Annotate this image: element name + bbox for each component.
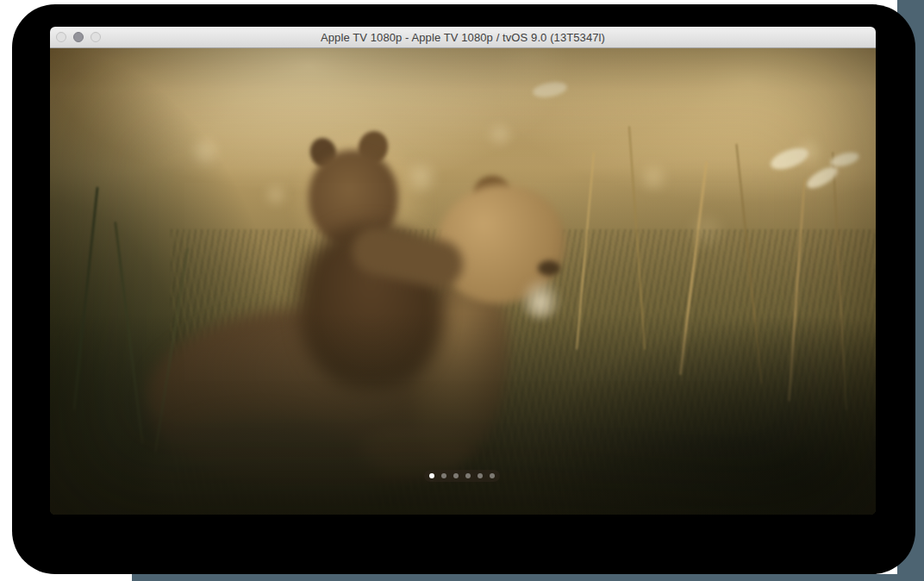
grass-stalk [576,152,595,349]
grass-stalk [114,222,144,444]
grass-stalk [72,187,98,410]
page-indicator [424,470,500,482]
grass-stalk [628,126,646,350]
cub-head [309,150,398,247]
lioness-nose [538,260,560,276]
traffic-lights [56,32,101,42]
page-dot [478,473,483,478]
cub-left-ear [307,135,340,171]
lioness-ear [474,176,510,210]
foreground-grass-tuft [145,417,378,515]
window-title: Apple TV 1080p - Apple TV 1080p / tvOS 9… [321,31,605,44]
page-dot [490,473,495,478]
grass-seed-head [804,163,841,192]
grass-seed-head [829,150,860,169]
bottom-right-dark-grass [50,48,876,515]
screenshot-canvas: Apple TV 1080p - Apple TV 1080p / tvOS 9… [0,0,924,581]
lioness-muzzle [521,278,560,319]
page-dot [441,473,446,478]
grass-stalk [679,161,708,376]
bokeh-highlights [50,48,876,515]
lioness-chest [399,262,521,472]
bottom-grass-shade [50,313,876,515]
cub-body [300,225,442,389]
grass-seed-head [768,144,811,174]
grass-seed-head [532,80,568,100]
page-dot [453,473,459,478]
cub-right-ear [355,128,392,167]
zoom-button[interactable] [91,32,101,42]
page-dot [465,473,471,478]
close-button[interactable] [56,32,66,42]
simulator-window: Apple TV 1080p - Apple TV 1080p / tvOS 9… [50,27,876,515]
cub-rim-light [290,129,431,278]
page-dot-active [429,473,434,478]
window-titlebar[interactable]: Apple TV 1080p - Apple TV 1080p / tvOS 9… [50,27,876,48]
minimize-button[interactable] [73,32,84,42]
golden-field-glow [50,48,876,515]
midfield-olive-grass [50,48,876,515]
grass-stalk [735,144,762,384]
foreground-grass-tuft [576,443,860,515]
left-grass-shadow [50,48,876,515]
cub-paw-over-lioness [348,222,468,292]
grass-stalk [788,178,806,402]
tv-screen[interactable] [50,48,876,515]
desktop-background-bottom [132,574,924,581]
grass-texture [171,229,876,515]
lioness-body [147,307,491,492]
grass-stalk [832,152,847,410]
grass-stalk [154,247,189,452]
lioness-head [425,172,576,315]
photo-vignette [50,48,876,515]
